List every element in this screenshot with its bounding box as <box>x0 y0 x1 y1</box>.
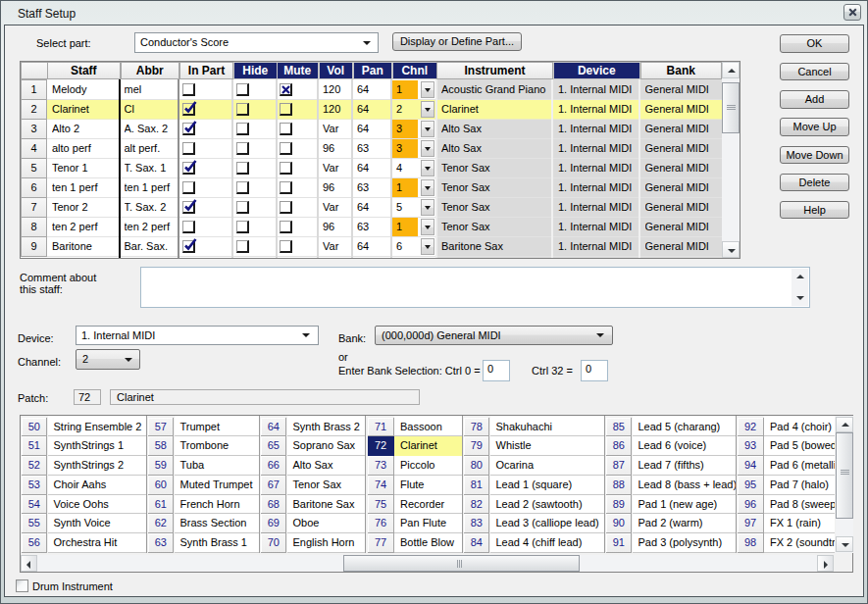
patch-number-80[interactable]: 80 <box>464 456 490 476</box>
staff-grid-header-pan[interactable]: Pan <box>353 62 392 79</box>
staff-name-cell[interactable]: Tenor 2 <box>52 198 119 218</box>
patch-name-73[interactable]: Piccolo <box>394 456 462 476</box>
channel-cell[interactable]: 5 <box>392 198 418 218</box>
patch-name-81[interactable]: Lead 1 (square) <box>490 476 604 495</box>
patch-name-60[interactable]: Muted Trumpet <box>175 476 259 495</box>
patch-number-62[interactable]: 62 <box>148 514 175 533</box>
patch-name-69[interactable]: Oboe <box>287 514 365 533</box>
patch-number-79[interactable]: 79 <box>464 436 490 456</box>
patch-name-97[interactable]: FX 1 (rain) <box>764 514 835 533</box>
channel-cell[interactable]: 3 <box>392 120 418 139</box>
patch-name-71[interactable]: Bassoon <box>394 418 462 437</box>
patch-name-64[interactable]: Synth Brass 2 <box>287 418 365 437</box>
delete-button[interactable]: Delete <box>780 174 849 192</box>
patch-name-92[interactable]: Pad 4 (choir) <box>764 418 835 437</box>
patch-number-97[interactable]: 97 <box>738 514 764 533</box>
hide-checkbox[interactable] <box>236 181 249 194</box>
mute-checkbox[interactable] <box>280 221 292 233</box>
mute-checkbox[interactable] <box>280 103 292 116</box>
move-down-button[interactable]: Move Down <box>780 146 849 165</box>
patch-number-66[interactable]: 66 <box>261 456 287 476</box>
pan-cell[interactable]: 64 <box>357 100 390 120</box>
patch-number-54[interactable]: 54 <box>22 495 48 515</box>
patch-name-88[interactable]: Lead 8 (bass + lead) <box>633 476 736 495</box>
vol-cell[interactable]: 120 <box>323 80 351 100</box>
staff-grid-header-hide[interactable]: Hide <box>233 62 278 79</box>
patch-scroll-left-button[interactable] <box>21 555 37 573</box>
hide-checkbox[interactable] <box>236 103 249 116</box>
vol-cell[interactable]: Var <box>323 237 351 257</box>
channel-dropdown-button[interactable] <box>421 199 434 216</box>
in-part-checkbox[interactable] <box>182 103 195 116</box>
patch-number-88[interactable]: 88 <box>606 476 633 495</box>
staff-name-cell[interactable]: ten 2 perf <box>52 218 119 237</box>
staff-grid-header-chnl[interactable]: Chnl <box>392 62 437 79</box>
scroll-up-button[interactable] <box>722 62 740 78</box>
channel-cell[interactable]: 1 <box>392 80 418 100</box>
hide-checkbox[interactable] <box>236 83 249 96</box>
channel-dropdown-button[interactable] <box>421 179 434 196</box>
patch-name-68[interactable]: Baritone Sax <box>287 495 365 515</box>
patch-number-98[interactable]: 98 <box>738 533 764 553</box>
patch-name-54[interactable]: Voice Oohs <box>48 495 146 515</box>
patch-name-83[interactable]: Lead 3 (calliope lead) <box>490 514 604 533</box>
patch-number-58[interactable]: 58 <box>148 436 175 456</box>
patch-name-61[interactable]: French Horn <box>175 495 259 515</box>
hide-checkbox[interactable] <box>236 201 249 214</box>
comment-scroll-down-icon[interactable] <box>796 296 804 300</box>
staff-row-4[interactable]: 4alto perfalt perf.96633Alto Sax1. Inter… <box>21 139 722 159</box>
patch-number-59[interactable]: 59 <box>148 456 175 476</box>
scroll-down-button[interactable] <box>722 241 740 258</box>
close-button[interactable] <box>843 4 861 21</box>
channel-dropdown-button[interactable] <box>421 81 434 98</box>
patch-number-57[interactable]: 57 <box>148 418 175 437</box>
patch-name-96[interactable]: Pad 8 (sweep) <box>764 495 835 515</box>
patch-name-86[interactable]: Lead 6 (voice) <box>633 436 736 456</box>
staff-name-cell[interactable]: ten 1 perf <box>52 178 119 198</box>
ctrl32-input[interactable]: 0 <box>581 360 608 381</box>
title-bar[interactable]: Staff Setup <box>1 1 867 25</box>
channel-cell[interactable]: 1 <box>392 218 418 237</box>
patch-scroll-down-button[interactable] <box>836 536 854 552</box>
mute-checkbox[interactable] <box>280 162 292 175</box>
staff-grid-scrollbar[interactable] <box>722 62 740 258</box>
patch-number-83[interactable]: 83 <box>464 514 490 533</box>
pan-cell[interactable]: 64 <box>357 237 390 257</box>
patch-name-89[interactable]: Pad 1 (new age) <box>633 495 736 515</box>
patch-number-67[interactable]: 67 <box>261 476 287 495</box>
patch-number-93[interactable]: 93 <box>738 436 764 456</box>
channel-cell[interactable]: 1 <box>392 178 418 198</box>
scroll-thumb[interactable] <box>722 82 740 133</box>
pan-cell[interactable]: 64 <box>357 159 390 178</box>
pan-cell[interactable]: 63 <box>357 178 390 198</box>
add-button[interactable]: Add <box>780 90 849 109</box>
patch-name-94[interactable]: Pad 6 (metallic) <box>764 456 835 476</box>
patch-name-80[interactable]: Ocarina <box>490 456 604 476</box>
patch-name-90[interactable]: Pad 2 (warm) <box>633 514 736 533</box>
pan-cell[interactable]: 64 <box>357 198 390 218</box>
patch-scroll-up-button[interactable] <box>836 417 854 432</box>
patch-name-63[interactable]: Synth Brass 1 <box>175 533 259 553</box>
patch-number-75[interactable]: 75 <box>368 495 394 515</box>
patch-name-57[interactable]: Trumpet <box>175 418 259 437</box>
staff-abbr-cell[interactable]: alt perf. <box>125 139 179 159</box>
patch-number-82[interactable]: 82 <box>464 495 490 515</box>
patch-name-79[interactable]: Whistle <box>490 436 604 456</box>
device-dropdown-icon[interactable] <box>302 333 310 337</box>
in-part-checkbox[interactable] <box>182 201 195 214</box>
comment-scrollbar[interactable] <box>791 269 808 306</box>
patch-name-65[interactable]: Soprano Sax <box>287 436 365 456</box>
staff-name-cell[interactable]: Baritone <box>52 237 119 257</box>
vol-cell[interactable]: 96 <box>323 218 351 237</box>
patch-number-53[interactable]: 53 <box>22 476 48 495</box>
staff-abbr-cell[interactable]: A. Sax. 2 <box>125 120 179 139</box>
in-part-checkbox[interactable] <box>182 142 195 155</box>
mute-checkbox[interactable] <box>280 142 292 155</box>
select-part-combobox[interactable]: Conductor's Score <box>134 32 379 53</box>
in-part-checkbox[interactable] <box>182 162 195 175</box>
staff-row-2[interactable]: 2ClarinetCl120642Clarinet1. Internal MID… <box>21 100 722 120</box>
staff-grid-header-bank[interactable]: Bank <box>640 62 723 79</box>
patch-name-56[interactable]: Orchestra Hit <box>48 533 146 553</box>
patch-number-84[interactable]: 84 <box>464 533 490 553</box>
vol-cell[interactable]: Var <box>323 198 351 218</box>
